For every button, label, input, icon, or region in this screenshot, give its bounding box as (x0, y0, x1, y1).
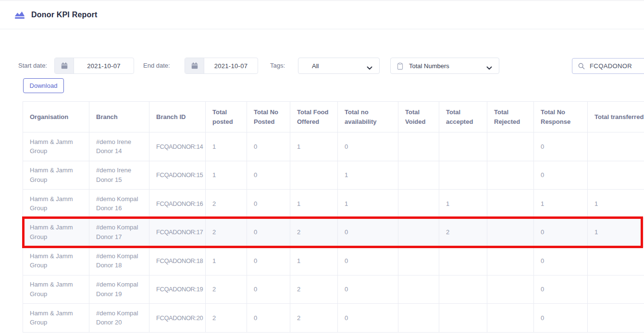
start-date-input[interactable]: 2021-10-07 (54, 58, 134, 74)
column-header: Branch (89, 102, 149, 132)
table-cell: 0 (534, 275, 588, 304)
table-row: Hamm & Jamm Group#demo Kompal Donor 17FC… (23, 218, 644, 247)
table-cell (398, 247, 439, 275)
column-header: Total Rejected (487, 102, 534, 132)
table-cell: 2 (439, 218, 487, 247)
table-cell: Hamm & Jamm Group (23, 190, 89, 218)
search-input-value: FCQADONOR (590, 62, 632, 70)
table-cell: FCQADONOR:17 (149, 218, 206, 247)
table-cell: 0 (338, 275, 398, 304)
table-cell: Hamm & Jamm Group (23, 218, 89, 247)
table-cell (487, 132, 534, 161)
column-header: Total Voided (398, 102, 439, 132)
chevron-down-icon (367, 64, 372, 72)
download-button[interactable]: Download (23, 78, 64, 93)
table-cell: Hamm & Jamm Group (23, 304, 89, 333)
table-cell: 0 (534, 247, 588, 275)
area-chart-icon (14, 11, 25, 20)
table-cell (439, 161, 487, 190)
table-row: Hamm & Jamm Group#demo Kompal Donor 19FC… (23, 275, 644, 304)
table-cell: #demo Kompal Donor 16 (89, 190, 149, 218)
table-cell: FCQADONOR:19 (149, 275, 206, 304)
calendar-icon[interactable] (185, 58, 204, 73)
table-cell: Hamm & Jamm Group (23, 275, 89, 304)
table-cell: 2 (206, 275, 247, 304)
table-cell: 2 (206, 304, 247, 333)
table-cell (487, 218, 534, 247)
table-cell: #demo Kompal Donor 17 (89, 218, 149, 247)
table-row: Hamm & Jamm Group#demo Irene Donor 14FCQ… (23, 132, 644, 161)
table-cell: 1 (290, 190, 338, 218)
column-header: Total no availability (338, 102, 398, 132)
search-icon (578, 63, 585, 70)
table-cell: FCQADONOR:18 (149, 247, 206, 275)
table-cell (398, 190, 439, 218)
table-cell (398, 132, 439, 161)
table-cell: 1 (206, 161, 247, 190)
table-cell (398, 275, 439, 304)
column-header: Total posted (206, 102, 247, 132)
tags-select[interactable]: All (298, 58, 380, 74)
search-input[interactable]: FCQADONOR (572, 58, 644, 74)
table-cell (487, 304, 534, 333)
table-row: Hamm & Jamm Group#demo Kompal Donor 18FC… (23, 247, 644, 275)
table-cell: 0 (338, 304, 398, 333)
table-cell: Hamm & Jamm Group (23, 132, 89, 161)
column-header: Total transferred (588, 102, 644, 132)
table-cell: #demo Irene Donor 14 (89, 132, 149, 161)
table-cell (439, 132, 487, 161)
start-date-label: Start date: (18, 62, 47, 69)
table-cell: 1 (290, 132, 338, 161)
table-cell (398, 304, 439, 333)
end-date-label: End date: (143, 62, 170, 69)
table-cell: 1 (439, 190, 487, 218)
table-cell: 0 (534, 161, 588, 190)
calendar-icon[interactable] (55, 58, 74, 73)
column-header: Total No Response (534, 102, 588, 132)
start-date-value[interactable]: 2021-10-07 (74, 58, 134, 73)
table-cell (290, 161, 338, 190)
table-cell: 0 (534, 304, 588, 333)
table-cell: #demo Irene Donor 15 (89, 161, 149, 190)
table-cell: 0 (247, 190, 290, 218)
table-cell: 1 (206, 132, 247, 161)
chevron-down-icon (486, 64, 492, 72)
end-date-value[interactable]: 2021-10-07 (204, 58, 258, 73)
table-cell: 0 (534, 218, 588, 247)
table-row: Hamm & Jamm Group#demo Irene Donor 15FCQ… (23, 161, 644, 190)
tags-label: Tags: (270, 62, 285, 69)
table-cell: 1 (290, 247, 338, 275)
kpi-table: OrganisationBranchBranch IDTotal postedT… (23, 101, 644, 333)
table-cell: FCQADONOR:20 (149, 304, 206, 333)
column-header: Total No Posted (247, 102, 290, 132)
table-cell: 1 (206, 247, 247, 275)
table-cell: 2 (206, 190, 247, 218)
table-cell: 1 (588, 190, 644, 218)
table-cell: 0 (247, 275, 290, 304)
table-cell: Hamm & Jamm Group (23, 161, 89, 190)
table-cell: 0 (338, 132, 398, 161)
table-cell: Hamm & Jamm Group (23, 247, 89, 275)
tags-select-value: All (312, 62, 319, 70)
table-cell: 0 (247, 132, 290, 161)
column-header: Organisation (23, 102, 89, 132)
metric-select[interactable]: Total Numbers (390, 58, 499, 74)
table-cell (439, 247, 487, 275)
table-cell: #demo Kompal Donor 18 (89, 247, 149, 275)
table-cell: 0 (247, 218, 290, 247)
table-cell: 0 (247, 161, 290, 190)
table-cell: 0 (247, 304, 290, 333)
kpi-table-container: OrganisationBranchBranch IDTotal postedT… (23, 101, 644, 333)
end-date-input[interactable]: 2021-10-07 (185, 58, 258, 74)
table-row: Hamm & Jamm Group#demo Kompal Donor 20FC… (23, 304, 644, 333)
table-cell: 0 (338, 247, 398, 275)
table-cell: 1 (338, 161, 398, 190)
table-cell (487, 190, 534, 218)
table-cell: #demo Kompal Donor 20 (89, 304, 149, 333)
table-cell: 1 (534, 190, 588, 218)
table-cell (398, 218, 439, 247)
table-cell: FCQADONOR:16 (149, 190, 206, 218)
table-cell: FCQADONOR:15 (149, 161, 206, 190)
table-cell (398, 161, 439, 190)
clipboard-icon (397, 62, 403, 72)
